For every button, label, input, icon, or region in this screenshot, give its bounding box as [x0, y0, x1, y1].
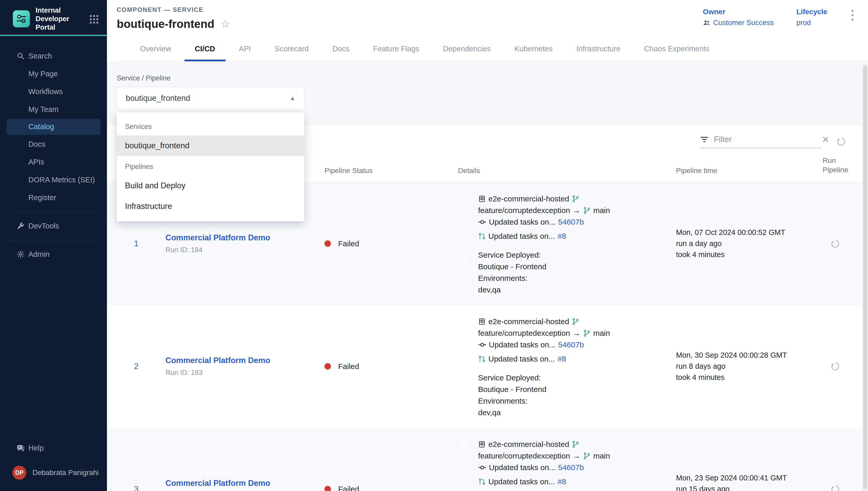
service-pipeline-label: Service / Pipeline — [117, 74, 868, 82]
people-icon — [703, 19, 711, 27]
sidebar-item-label: DORA Metrics (SEI) — [28, 176, 95, 184]
kebab-menu-icon[interactable] — [850, 8, 855, 23]
owner-link[interactable]: Customer Success — [713, 19, 774, 27]
run-timestamp: Mon, 23 Sep 2024 00:00:41 GMT — [676, 474, 823, 482]
tab-infrastructure[interactable]: Infrastructure — [564, 37, 632, 61]
failed-status-dot — [324, 486, 331, 491]
sidebar-item-workflows[interactable]: Workflows — [0, 83, 107, 100]
apps-grid-icon[interactable] — [88, 14, 100, 25]
run-ago: run 15 days ago — [676, 485, 823, 491]
wrench-icon — [16, 222, 25, 230]
sidebar-item-register[interactable]: Register — [0, 189, 107, 207]
sidebar-item-docs[interactable]: Docs — [0, 135, 107, 153]
service-pipeline-select[interactable]: boutique_frontend ▲ — [117, 87, 304, 110]
tab-kubernetes[interactable]: Kubernetes — [502, 37, 564, 61]
pipeline-name-link[interactable]: Commercial Platform Demo — [165, 479, 324, 488]
row-index: 2 — [134, 362, 138, 371]
sidebar: Internal Developer Portal Search My Page… — [0, 0, 107, 491]
sidebar-item-catalog[interactable]: Catalog — [7, 119, 100, 135]
dropdown-option-build-and-deploy[interactable]: Build and Deploy — [117, 175, 304, 196]
pr-link[interactable]: #8 — [558, 232, 566, 241]
component-header: COMPONENT — SERVICE boutique-frontend ☆ … — [107, 0, 868, 61]
filter-input[interactable] — [714, 135, 817, 144]
portal-logo — [13, 10, 30, 27]
scrollbar-thumb[interactable] — [863, 65, 867, 489]
cd-stage-icon — [458, 253, 472, 295]
portal-title: Internal Developer Portal — [36, 6, 83, 32]
user-menu[interactable]: DP Debabrata Panigrahi — [0, 457, 107, 483]
run-id: Run ID: 183 — [165, 369, 324, 377]
pull-request-icon — [478, 355, 486, 363]
lifecycle-label: Lifecycle — [796, 8, 827, 16]
rerun-icon — [830, 238, 842, 250]
filter-icon — [700, 135, 709, 144]
owner-block: Owner Customer Success — [703, 8, 774, 27]
sidebar-item-label: My Team — [28, 105, 59, 114]
git-branch-icon — [583, 452, 591, 460]
sidebar-item-devtools[interactable]: DevTools — [0, 217, 107, 235]
tab-dependencies[interactable]: Dependencies — [431, 37, 502, 61]
sidebar-item-my-team[interactable]: My Team — [0, 100, 107, 118]
page-title: boutique-frontend — [117, 18, 214, 30]
commit-message: Updated tasks on... — [489, 463, 556, 472]
sidebar-item-my-page[interactable]: My Page — [0, 65, 107, 83]
sidebar-item-apis[interactable]: APIs — [0, 153, 107, 171]
favorite-star-icon[interactable]: ☆ — [221, 19, 230, 29]
git-branch-icon — [571, 195, 579, 203]
sidebar-item-search[interactable]: Search — [0, 47, 107, 65]
commit-message: Updated tasks on... — [489, 218, 556, 227]
clear-filter-icon[interactable]: ✕ — [822, 135, 829, 144]
sidebar-item-dora-metrics[interactable]: DORA Metrics (SEI) — [0, 171, 107, 189]
sidebar-bottom: Help DP Debabrata Panigrahi — [0, 439, 107, 491]
dropdown-option-infrastructure[interactable]: Infrastructure — [117, 196, 304, 216]
commit-message: Updated tasks on... — [489, 340, 556, 349]
deploy-title: Service Deployed: — [478, 250, 546, 260]
pipeline-logo-icon — [16, 13, 27, 25]
tab-scorecard[interactable]: Scorecard — [263, 37, 320, 61]
row-index: 3 — [134, 485, 138, 491]
tab-bar: Overview CI/CD API Scorecard Docs Featur… — [117, 37, 868, 61]
reload-table-button[interactable] — [836, 135, 848, 148]
sidebar-item-admin[interactable]: Admin — [0, 246, 107, 263]
rerun-icon — [830, 360, 842, 372]
tab-docs[interactable]: Docs — [320, 37, 361, 61]
tab-chaos-experiments[interactable]: Chaos Experiments — [632, 37, 721, 61]
status-text: Failed — [338, 362, 359, 371]
owner-label: Owner — [703, 8, 774, 16]
tab-feature-flags[interactable]: Feature Flags — [361, 37, 431, 61]
row-index: 1 — [134, 239, 138, 248]
dropdown-group-pipelines: Pipelines — [117, 156, 304, 175]
sidebar-item-label: Admin — [28, 250, 50, 259]
commit-link[interactable]: 54607b — [558, 340, 584, 349]
reset-icon — [836, 135, 848, 148]
git-commit-icon — [478, 218, 486, 226]
ci-stage-icon — [458, 440, 472, 486]
pipeline-time: Mon, 07 Oct 2024 00:00:52 GMT run a day … — [676, 228, 823, 259]
pipeline-name-link[interactable]: Commercial Platform Demo — [165, 356, 324, 365]
commit-link[interactable]: 54607b — [558, 463, 584, 472]
git-commit-icon — [478, 341, 486, 349]
source-branch: feature/corruptedexception — [478, 328, 570, 338]
sidebar-divider — [7, 240, 98, 240]
lifecycle-value: prod — [796, 19, 811, 27]
pr-link[interactable]: #8 — [558, 477, 566, 486]
tab-api[interactable]: API — [227, 37, 263, 61]
sidebar-item-help[interactable]: Help — [0, 439, 107, 457]
vertical-scrollbar[interactable] — [862, 64, 868, 491]
pipeline-name-link[interactable]: Commercial Platform Demo — [165, 233, 324, 242]
dropdown-option-boutique-frontend[interactable]: boutique_frontend — [117, 135, 304, 156]
failed-status-dot — [324, 363, 331, 370]
pipeline-time: Mon, 30 Sep 2024 00:00:28 GMT run 8 days… — [676, 351, 823, 382]
tab-overview[interactable]: Overview — [128, 37, 183, 61]
commit-link[interactable]: 54607b — [558, 218, 584, 227]
rerun-icon — [830, 483, 842, 491]
pull-request-icon — [478, 232, 486, 240]
pipeline-status: Failed — [324, 362, 458, 371]
arrow-right-icon: → — [572, 206, 580, 215]
sidebar-item-label: Docs — [28, 140, 45, 148]
sidebar-item-label: My Page — [28, 69, 58, 78]
sidebar-item-label: DevTools — [28, 222, 59, 230]
pr-link[interactable]: #8 — [558, 354, 566, 364]
tab-cicd[interactable]: CI/CD — [183, 37, 227, 61]
gear-icon — [16, 250, 25, 258]
